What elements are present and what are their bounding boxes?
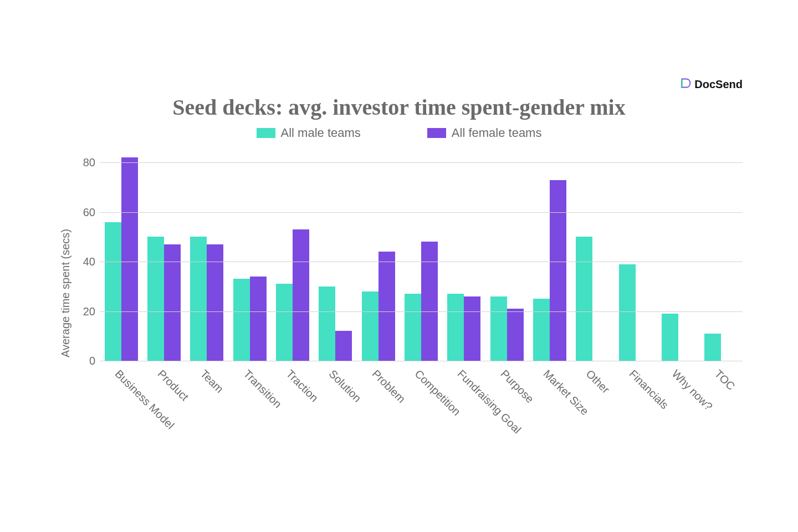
bar-group [571, 150, 614, 361]
bar-group [657, 150, 699, 361]
brand-logo: DocSend [680, 78, 743, 91]
bar [447, 294, 464, 361]
bar-group [142, 150, 185, 361]
bar-group [314, 150, 357, 361]
grid-line [100, 311, 743, 312]
category-label: Why now? [657, 364, 699, 436]
bar [276, 284, 293, 361]
legend-item-male: All male teams [257, 126, 361, 140]
category-label: Team [186, 364, 228, 436]
category-label: Business Model [100, 364, 142, 436]
legend-swatch-female [427, 128, 446, 138]
category-label: Other [571, 364, 614, 436]
category-label: Solution [314, 364, 357, 436]
bar [405, 294, 421, 361]
category-labels: Business ModelProductTeamTransitionTract… [100, 364, 743, 436]
legend-label-female: All female teams [452, 126, 542, 140]
bar [250, 277, 267, 361]
bar [147, 237, 164, 361]
bar [362, 291, 378, 361]
y-tick-label: 80 [73, 156, 95, 169]
docsend-icon [680, 78, 691, 91]
brand-name: DocSend [694, 78, 743, 91]
chart-legend: All male teams All female teams [55, 126, 743, 140]
bar [464, 296, 480, 361]
bar [105, 222, 121, 361]
bar [550, 180, 566, 361]
category-label: Market Size [528, 364, 571, 436]
bar [662, 314, 678, 361]
bar-group [100, 150, 142, 361]
y-axis-label: Average time spent (secs) [59, 229, 72, 357]
grid-line [100, 162, 743, 163]
category-label: Transition [228, 364, 271, 436]
bar-group [228, 150, 271, 361]
category-label: TOC [700, 364, 743, 436]
category-label: Traction [271, 364, 314, 436]
category-label: Purpose [485, 364, 528, 436]
bar [704, 334, 721, 361]
bar [378, 252, 395, 361]
legend-item-female: All female teams [427, 126, 542, 140]
legend-swatch-male [257, 128, 275, 138]
bar-group [485, 150, 528, 361]
grid-line [100, 262, 743, 262]
chart-container: Seed decks: avg. investor time spent-gen… [55, 94, 743, 427]
category-label: Financials [614, 364, 657, 436]
bars-container [100, 150, 743, 361]
category-label: Problem [357, 364, 400, 436]
bar-group [700, 150, 743, 361]
y-tick-label: 60 [73, 206, 95, 218]
bar [335, 331, 352, 361]
bar [233, 279, 250, 361]
legend-label-male: All male teams [281, 126, 361, 140]
bar-group [443, 150, 485, 361]
category-label: Fundraising Goal [443, 364, 485, 436]
bar [490, 296, 507, 361]
bar [421, 242, 438, 361]
bar-group [271, 150, 314, 361]
bar [190, 237, 207, 361]
bar-group [186, 150, 228, 361]
bar [507, 309, 524, 361]
plot-area: 020406080 [100, 150, 743, 361]
category-label: Product [142, 364, 185, 436]
bar-group [528, 150, 571, 361]
category-label: Competition [400, 364, 442, 436]
y-tick-label: 20 [73, 305, 95, 318]
bar [533, 299, 550, 361]
bar [576, 237, 592, 361]
chart-title: Seed decks: avg. investor time spent-gen… [55, 94, 743, 120]
grid-line [100, 361, 743, 361]
bar-group [357, 150, 400, 361]
bar [319, 287, 335, 361]
bar [121, 157, 138, 361]
chart-stage: DocSend Seed decks: avg. investor time s… [0, 0, 798, 532]
y-tick-label: 40 [73, 255, 95, 268]
bar [619, 264, 636, 361]
bar-group [614, 150, 657, 361]
bar [293, 229, 309, 361]
y-tick-label: 0 [73, 355, 95, 367]
bar-group [400, 150, 442, 361]
grid-line [100, 212, 743, 213]
